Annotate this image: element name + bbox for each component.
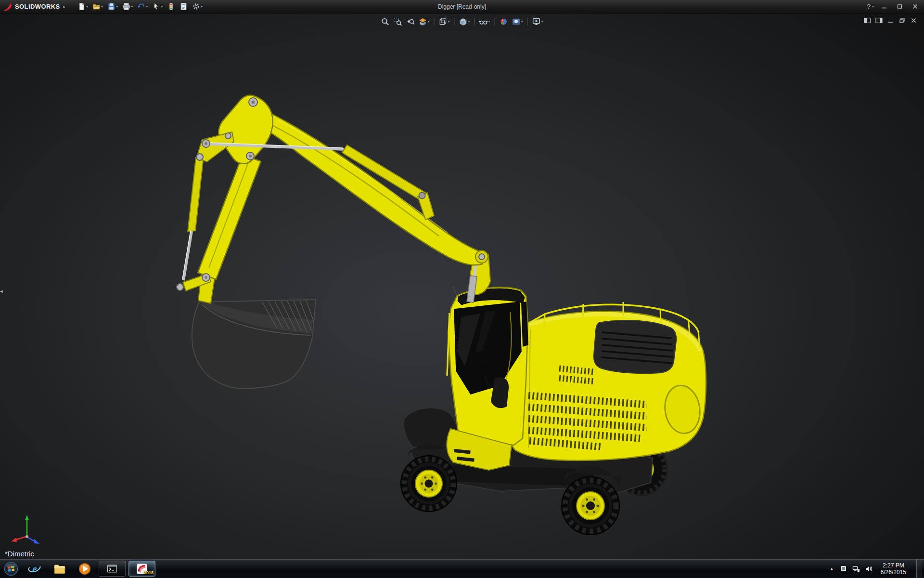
maximize-button[interactable] bbox=[894, 2, 905, 11]
new-document-button[interactable]: ▾ bbox=[76, 1, 90, 12]
minimize-button[interactable] bbox=[879, 2, 889, 11]
tile-right-button[interactable] bbox=[874, 16, 884, 25]
boom-arm[interactable] bbox=[255, 110, 488, 265]
heads-up-view-toolbar: ▾ ▾ ▾ bbox=[376, 15, 547, 28]
stick-arm[interactable] bbox=[198, 155, 261, 279]
start-button[interactable] bbox=[0, 559, 22, 578]
document-minimize-button[interactable] bbox=[886, 16, 895, 25]
tile-left-button[interactable] bbox=[862, 16, 872, 25]
hidden-icons-button[interactable]: ▲ bbox=[828, 566, 835, 571]
rebuild-button[interactable] bbox=[166, 1, 177, 12]
upper-body[interactable] bbox=[512, 302, 706, 460]
svg-text:e: e bbox=[32, 563, 37, 575]
view-orientation-label: *Dimetric bbox=[5, 550, 34, 558]
close-icon bbox=[912, 4, 918, 9]
media-player-icon bbox=[78, 562, 91, 576]
view-settings-button[interactable]: ▾ bbox=[531, 16, 545, 27]
dropdown-caret[interactable]: ▾ bbox=[521, 20, 523, 24]
zoom-to-fit-button[interactable] bbox=[379, 16, 391, 27]
boom-head-plate[interactable] bbox=[196, 95, 273, 164]
section-view-icon bbox=[418, 17, 427, 26]
undo-button[interactable]: ▾ bbox=[136, 1, 149, 12]
dropdown-caret[interactable]: ▾ bbox=[448, 20, 449, 24]
cab-handrail bbox=[447, 313, 449, 376]
dropdown-caret[interactable]: ▾ bbox=[161, 5, 163, 9]
maximize-icon bbox=[897, 4, 902, 9]
document-restore-button[interactable] bbox=[897, 16, 907, 25]
select-button[interactable]: ▾ bbox=[151, 1, 164, 12]
tray-generic-app-icon[interactable] bbox=[839, 565, 848, 573]
taskbar-item-internet-explorer[interactable]: e bbox=[22, 559, 47, 578]
taskbar-button-solidworks[interactable]: 2015 bbox=[128, 561, 155, 577]
save-icon bbox=[107, 2, 116, 11]
dropdown-caret[interactable]: ▾ bbox=[116, 5, 118, 9]
display-style-button[interactable]: ▾ bbox=[457, 16, 471, 27]
open-button[interactable]: ▾ bbox=[91, 1, 104, 12]
zoom-to-area-button[interactable] bbox=[392, 16, 403, 27]
options-button[interactable]: ▾ bbox=[191, 1, 204, 12]
taskbar-item-windows-explorer[interactable] bbox=[47, 559, 72, 578]
cab[interactable] bbox=[447, 284, 528, 471]
dropdown-caret[interactable]: ▾ bbox=[488, 20, 490, 24]
feature-manager-collapse-arrow[interactable]: ◂ bbox=[0, 282, 6, 300]
print-icon bbox=[122, 2, 130, 11]
dropdown-caret[interactable]: ▾ bbox=[86, 5, 88, 9]
view-orientation-button[interactable]: ▾ bbox=[437, 16, 451, 27]
help-button[interactable]: ? ▾ bbox=[867, 3, 874, 10]
document-minimize-icon bbox=[887, 17, 894, 24]
quick-access-toolbar: ▾ ▾ ▾ ▾ bbox=[76, 1, 204, 12]
file-properties-button[interactable] bbox=[178, 1, 189, 12]
toolbar-separator bbox=[475, 18, 475, 26]
previous-view-button[interactable] bbox=[404, 16, 416, 27]
file-properties-icon bbox=[180, 2, 188, 11]
save-button[interactable]: ▾ bbox=[106, 1, 119, 12]
print-button[interactable]: ▾ bbox=[121, 1, 134, 12]
excavator-model[interactable] bbox=[0, 13, 924, 559]
options-gear-icon bbox=[192, 2, 200, 11]
dropdown-caret[interactable]: ▾ bbox=[541, 20, 543, 24]
rebuild-icon bbox=[167, 2, 175, 11]
taskbar-button-command-prompt[interactable] bbox=[99, 561, 126, 577]
rear-wheel[interactable] bbox=[562, 477, 619, 535]
stick-cylinder[interactable] bbox=[182, 157, 204, 280]
dropdown-caret[interactable]: ▾ bbox=[201, 5, 203, 9]
dropdown-caret[interactable]: ▾ bbox=[468, 20, 470, 24]
bucket[interactable] bbox=[192, 300, 316, 388]
close-button[interactable] bbox=[910, 2, 920, 11]
select-cursor-icon bbox=[152, 2, 160, 11]
dropdown-caret[interactable]: ▾ bbox=[146, 5, 148, 9]
hide-show-items-button[interactable]: ▾ bbox=[478, 16, 492, 27]
solidworks-logo-icon bbox=[3, 2, 13, 12]
new-document-icon bbox=[77, 2, 86, 11]
edit-appearance-button[interactable] bbox=[498, 16, 510, 27]
document-close-button[interactable] bbox=[909, 16, 918, 25]
edit-appearance-icon bbox=[500, 17, 508, 26]
logo-expand-caret[interactable]: ▸ bbox=[64, 4, 66, 9]
apply-scene-button[interactable]: ▾ bbox=[511, 16, 525, 27]
system-tray: ▲ 2 bbox=[828, 559, 924, 578]
windows-start-icon bbox=[3, 561, 19, 577]
minimize-icon bbox=[882, 4, 887, 9]
show-desktop-button[interactable] bbox=[916, 559, 922, 578]
dropdown-caret[interactable]: ▾ bbox=[427, 20, 429, 24]
solidworks-version-badge: 2015 bbox=[144, 570, 154, 575]
front-wheel[interactable] bbox=[401, 456, 457, 512]
solidworks-logo: SOLIDWORKS ▸ bbox=[0, 2, 69, 12]
previous-view-icon bbox=[406, 17, 414, 26]
network-icon[interactable] bbox=[852, 565, 860, 573]
dropdown-caret[interactable]: ▾ bbox=[872, 5, 874, 9]
volume-icon[interactable] bbox=[864, 565, 873, 573]
taskbar-item-media-player[interactable] bbox=[72, 559, 97, 578]
dropdown-caret[interactable]: ▾ bbox=[101, 5, 103, 9]
titlebar: Digger [Read-only] SOLIDWORKS ▸ ▾ ▾ bbox=[0, 0, 924, 13]
taskbar-left: e bbox=[0, 559, 157, 578]
clock-date: 6/26/2015 bbox=[881, 569, 906, 576]
taskbar-clock[interactable]: 2:27 PM 6/26/2015 bbox=[877, 562, 910, 576]
graphics-viewport[interactable]: ▾ ▾ ▾ bbox=[0, 13, 924, 559]
dropdown-caret[interactable]: ▾ bbox=[131, 5, 133, 9]
solidworks-window: Digger [Read-only] SOLIDWORKS ▸ ▾ ▾ bbox=[0, 0, 924, 578]
section-view-button[interactable]: ▾ bbox=[417, 16, 431, 27]
display-style-icon bbox=[459, 17, 467, 26]
view-settings-icon bbox=[532, 17, 541, 26]
windows-taskbar: e bbox=[0, 559, 924, 578]
